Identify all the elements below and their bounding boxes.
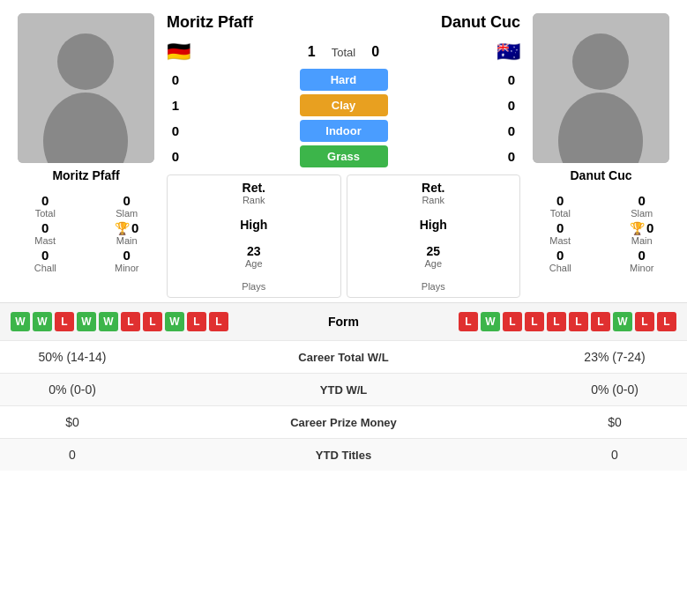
left-ytd-wl: 0% (0-0) (11, 382, 134, 397)
right-plays-block: Plays (422, 281, 445, 292)
left-info-box: Ret. Rank High 23 Age Plays (167, 174, 341, 298)
clay-button[interactable]: Clay (300, 94, 388, 116)
right-career-wl: 23% (7-24) (553, 350, 676, 364)
left-trophy-icon: 🏆 (115, 221, 130, 235)
left-rank-val: Ret. (243, 181, 265, 195)
right-high-val: High (420, 218, 447, 232)
form-badge-l: L (503, 312, 522, 331)
right-high-block: High (420, 218, 447, 232)
left-flag: 🇩🇪 (167, 41, 190, 63)
hard-row: 0 Hard 0 (167, 69, 520, 91)
left-ytd-titles: 0 (11, 448, 134, 462)
career-prize-row: $0 Career Prize Money $0 (0, 405, 687, 438)
right-clay-score: 0 (503, 98, 520, 113)
clay-row: 1 Clay 0 (167, 94, 520, 116)
right-stat-total: 0 Total (524, 193, 597, 219)
top-section: Moritz Pfaff 0 Total 0 Slam 0 Mast 🏆 (0, 0, 687, 302)
left-stat-chall: 0 Chall (9, 248, 82, 273)
right-player-name: Danut Cuc (571, 168, 632, 182)
left-high-block: High (240, 218, 267, 232)
left-prize: $0 (11, 415, 134, 429)
form-badge-l: L (459, 312, 478, 331)
left-player-stats: 0 Total 0 Slam 0 Mast 🏆 0 Main (9, 193, 163, 273)
right-age-val: 25 (424, 244, 442, 258)
left-indoor-score: 0 (167, 123, 184, 138)
svg-point-1 (57, 33, 114, 90)
left-stat-total: 0 Total (9, 193, 82, 219)
left-stat-main: 🏆 0 Main (91, 220, 164, 246)
left-age-val: 23 (245, 244, 263, 258)
svg-point-4 (572, 33, 629, 90)
left-total-score: 1 (308, 44, 316, 60)
left-grass-score: 0 (167, 149, 184, 164)
right-player-stats: 0 Total 0 Slam 0 Mast 🏆 0 Main (524, 193, 678, 273)
right-age-lbl: Age (424, 258, 442, 269)
ytd-titles-row: 0 YTD Titles 0 (0, 438, 687, 471)
left-clay-score: 1 (167, 98, 184, 113)
form-label: Form (317, 315, 370, 329)
form-badge-w: W (613, 312, 632, 331)
right-rank-val: Ret. (422, 181, 444, 195)
right-name-top: Danut Cuc (441, 13, 520, 32)
right-flag: 🇦🇺 (497, 41, 520, 63)
right-stat-slam: 0 Slam (606, 193, 679, 219)
left-player-avatar (18, 13, 154, 163)
ytd-wl-row: 0% (0-0) YTD W/L 0% (0-0) (0, 373, 687, 405)
form-badge-w: W (33, 312, 52, 331)
center-block: Moritz Pfaff Danut Cuc 🇩🇪 1 Total 0 🇦🇺 0… (167, 13, 520, 298)
career-wl-label: Career Total W/L (134, 351, 553, 364)
right-stat-chall: 0 Chall (524, 248, 597, 273)
left-stat-slam: 0 Slam (91, 193, 164, 219)
form-badge-w: W (481, 312, 500, 331)
left-stat-minor: 0 Minor (91, 248, 164, 273)
left-career-wl: 50% (14-14) (11, 350, 134, 364)
left-high-val: High (240, 218, 267, 232)
form-badge-l: L (569, 312, 588, 331)
right-total-score: 0 (371, 44, 379, 60)
form-badge-l: L (187, 312, 206, 331)
left-player-name: Moritz Pfaff (52, 168, 119, 182)
right-rank-lbl: Rank (422, 195, 444, 205)
right-player-block: Danut Cuc 0 Total 0 Slam 0 Mast 🏆 (524, 13, 678, 273)
right-hard-score: 0 (503, 72, 520, 87)
right-stat-main: 🏆 0 Main (606, 220, 679, 246)
left-name-top: Moritz Pfaff (167, 13, 253, 32)
form-badge-w: W (99, 312, 118, 331)
form-badge-l: L (525, 312, 544, 331)
form-badge-l: L (143, 312, 162, 331)
indoor-button[interactable]: Indoor (300, 120, 388, 142)
hard-button[interactable]: Hard (300, 69, 388, 91)
total-label: Total (332, 46, 355, 59)
form-section: WWLWWLLWLL Form LWLLLLLWLL (0, 302, 687, 340)
form-badge-l: L (657, 312, 676, 331)
form-badge-l: L (209, 312, 228, 331)
right-grass-score: 0 (503, 149, 520, 164)
left-form-badges: WWLWWLLWLL (11, 312, 228, 331)
names-bar: Moritz Pfaff Danut Cuc (167, 13, 520, 32)
indoor-row: 0 Indoor 0 (167, 120, 520, 142)
form-badge-w: W (77, 312, 96, 331)
form-badge-l: L (55, 312, 74, 331)
left-rank-block: Ret. Rank (243, 181, 265, 205)
left-stat-mast: 0 Mast (9, 220, 82, 246)
right-plays-lbl: Plays (422, 281, 445, 292)
ytd-titles-label: YTD Titles (134, 449, 553, 462)
left-hard-score: 0 (167, 72, 184, 87)
right-stat-mast: 0 Mast (524, 220, 597, 246)
flags-total-bar: 🇩🇪 1 Total 0 🇦🇺 (167, 41, 520, 63)
right-info-box: Ret. Rank High 25 Age Plays (347, 174, 521, 298)
grass-button[interactable]: Grass (300, 145, 388, 167)
left-rank-lbl: Rank (243, 195, 265, 205)
form-badge-l: L (635, 312, 654, 331)
right-age-block: 25 Age (424, 244, 442, 269)
left-player-block: Moritz Pfaff 0 Total 0 Slam 0 Mast 🏆 (9, 13, 163, 273)
form-badge-l: L (547, 312, 566, 331)
form-badge-l: L (121, 312, 140, 331)
right-form-badges: LWLLLLLWLL (459, 312, 676, 331)
grass-row: 0 Grass 0 (167, 145, 520, 167)
info-boxes: Ret. Rank High 23 Age Plays (167, 174, 520, 298)
right-trophy-icon: 🏆 (630, 221, 645, 235)
right-ytd-titles: 0 (553, 448, 676, 462)
right-prize: $0 (553, 415, 676, 429)
right-ytd-wl: 0% (0-0) (553, 382, 676, 397)
